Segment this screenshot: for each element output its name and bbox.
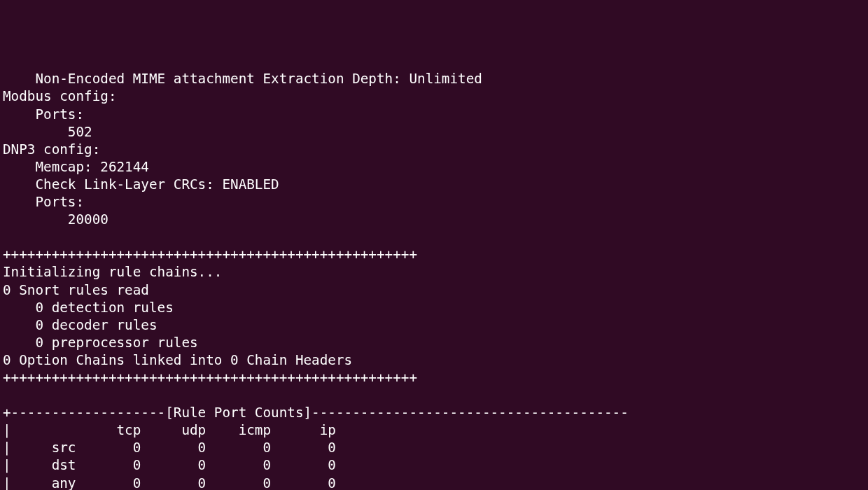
dnp3-ports-label: Ports: [3,194,84,210]
dnp3-memcap: Memcap: 262144 [3,159,149,175]
snort-rules-read: 0 Snort rules read [3,282,149,298]
dnp3-crc: Check Link-Layer CRCs: ENABLED [3,176,279,192]
mime-depth-line: Non-Encoded MIME attachment Extraction D… [3,71,482,87]
modbus-ports-label: Ports: [3,106,84,122]
decoder-rules: 0 decoder rules [3,317,158,333]
modbus-config-header: Modbus config: [3,88,117,104]
modbus-port-value: 502 [3,124,92,140]
init-rule-chains: Initializing rule chains... [3,264,222,280]
terminal-output[interactable]: Non-Encoded MIME attachment Extraction D… [3,70,865,490]
detection-rules: 0 detection rules [3,300,174,316]
table-header-row: | tcp udp icmp ip [3,422,336,438]
dnp3-port-value: 20000 [3,211,108,227]
table-row: | any 0 0 0 0 [3,475,336,490]
option-chains: 0 Option Chains linked into 0 Chain Head… [3,352,352,368]
separator-plus: ++++++++++++++++++++++++++++++++++++++++… [3,246,417,262]
dnp3-config-header: DNP3 config: [3,141,100,158]
preprocessor-rules: 0 preprocessor rules [3,335,198,351]
table-top-border: +-------------------[Rule Port Counts]--… [3,405,629,421]
separator-plus: ++++++++++++++++++++++++++++++++++++++++… [3,370,417,386]
table-row: | dst 0 0 0 0 [3,457,336,473]
table-row: | src 0 0 0 0 [3,440,336,456]
